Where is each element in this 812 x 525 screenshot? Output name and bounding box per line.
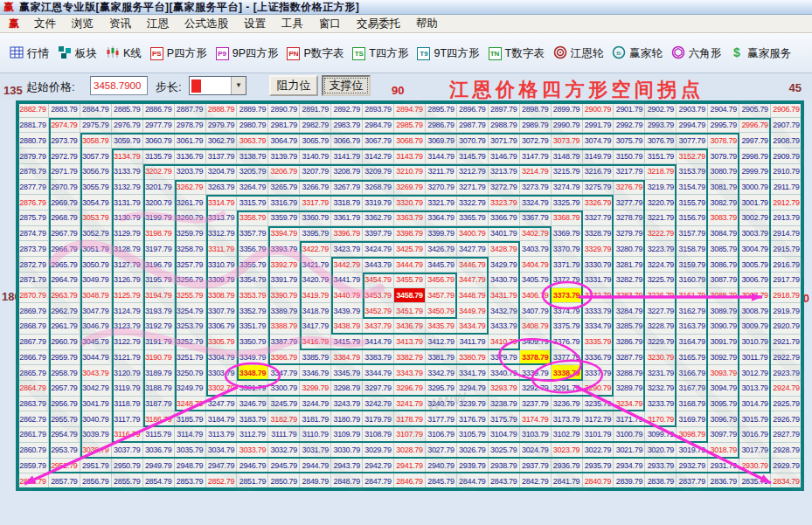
price-cell[interactable]: 3279.79 — [614, 226, 645, 242]
toolbar-item-江恩轮[interactable]: 江恩轮 — [553, 45, 604, 62]
price-cell[interactable]: 3209.79 — [363, 164, 394, 180]
price-cell[interactable]: 3038.79 — [80, 443, 112, 459]
price-cell[interactable]: 3413.79 — [394, 335, 426, 350]
price-cell[interactable]: 3011.79 — [739, 350, 771, 366]
price-cell[interactable]: 3084.79 — [708, 226, 739, 242]
price-cell[interactable]: 2998.79 — [739, 149, 771, 164]
price-cell[interactable]: 3012.79 — [739, 365, 771, 381]
price-cell[interactable]: 2886.79 — [143, 102, 175, 118]
price-cell[interactable]: 3325.79 — [552, 195, 583, 211]
price-cell[interactable]: 3051.79 — [80, 241, 112, 257]
price-cell[interactable]: 3092.79 — [708, 350, 739, 366]
price-cell[interactable]: 2933.79 — [645, 459, 677, 474]
price-cell[interactable]: 3329.79 — [583, 241, 614, 257]
price-cell[interactable]: 3363.79 — [394, 211, 426, 226]
price-cell[interactable]: 2996.79 — [739, 118, 771, 134]
price-cell[interactable]: 3123.79 — [112, 319, 143, 335]
price-cell[interactable]: 3370.79 — [552, 241, 583, 257]
price-cell[interactable]: 2885.79 — [112, 102, 143, 118]
price-cell[interactable]: 3392.79 — [268, 257, 300, 273]
price-cell[interactable]: 2929.79 — [771, 459, 802, 474]
price-cell[interactable]: 3433.79 — [489, 319, 520, 335]
price-cell[interactable]: 2939.79 — [457, 459, 489, 474]
price-cell[interactable]: 3062.79 — [206, 133, 238, 149]
price-cell[interactable]: 3218.79 — [645, 164, 677, 180]
price-cell[interactable]: 3031.79 — [300, 443, 331, 459]
price-cell[interactable]: 2864.79 — [17, 381, 49, 397]
price-cell[interactable]: 3034.79 — [206, 443, 238, 459]
price-cell[interactable]: 2863.79 — [17, 397, 49, 412]
price-cell[interactable]: 2978.79 — [175, 118, 206, 134]
price-cell[interactable]: 2947.79 — [206, 459, 238, 474]
price-cell[interactable]: 3114.79 — [175, 427, 206, 443]
price-cell[interactable]: 3009.79 — [739, 319, 771, 335]
price-cell[interactable]: 3409.79 — [520, 335, 552, 350]
price-cell[interactable]: 2962.79 — [49, 303, 80, 319]
price-cell[interactable]: 3037.79 — [112, 443, 143, 459]
price-cell[interactable]: 3107.79 — [394, 427, 426, 443]
price-cell[interactable]: 2875.79 — [17, 211, 49, 226]
price-cell[interactable]: 3007.79 — [739, 288, 771, 304]
price-cell[interactable]: 2913.79 — [771, 211, 802, 226]
price-cell[interactable]: 3260.79 — [175, 211, 206, 226]
price-cell[interactable]: 2954.79 — [49, 427, 80, 443]
price-cell[interactable]: 3289.79 — [614, 381, 645, 397]
price-cell[interactable]: 2958.79 — [49, 365, 80, 381]
price-cell[interactable]: 3134.79 — [112, 149, 143, 164]
price-cell[interactable]: 3253.79 — [175, 319, 206, 335]
price-cell[interactable]: 3242.79 — [363, 397, 394, 412]
price-cell[interactable]: 3268.79 — [363, 180, 394, 196]
price-cell[interactable]: 3283.79 — [614, 288, 645, 304]
price-cell[interactable]: 3159.79 — [677, 257, 708, 273]
price-cell[interactable]: 3086.79 — [708, 257, 739, 273]
toolbar-item-P四方形[interactable]: PSP四方形 — [150, 46, 207, 61]
price-cell[interactable]: 3155.79 — [677, 195, 708, 211]
price-cell[interactable]: 2841.79 — [552, 473, 583, 489]
price-cell[interactable]: 3445.79 — [426, 257, 457, 273]
price-cell[interactable]: 3046.79 — [80, 319, 112, 335]
price-cell[interactable]: 2870.79 — [17, 288, 49, 304]
menu-item-工具[interactable]: 工具 — [274, 15, 311, 33]
price-cell[interactable]: 3230.79 — [645, 350, 677, 366]
price-cell[interactable]: 3440.79 — [331, 288, 363, 304]
price-cell[interactable]: 3252.79 — [175, 335, 206, 350]
price-cell[interactable]: 3361.79 — [331, 211, 363, 226]
price-cell[interactable]: 3080.79 — [708, 164, 739, 180]
price-cell[interactable]: 2920.79 — [771, 319, 802, 335]
price-cell[interactable]: 3356.79 — [237, 241, 268, 257]
price-cell[interactable]: 3170.79 — [645, 411, 677, 427]
price-cell[interactable]: 3266.79 — [300, 180, 331, 196]
price-cell[interactable]: 3216.79 — [583, 164, 614, 180]
price-cell[interactable]: 3193.79 — [143, 303, 175, 319]
price-cell[interactable]: 2876.79 — [17, 195, 49, 211]
price-cell[interactable]: 3338.79 — [552, 365, 583, 381]
toolbar-item-9T四方形[interactable]: T99T四方形 — [417, 46, 479, 61]
price-cell[interactable]: 2982.79 — [300, 118, 331, 134]
price-cell[interactable]: 3052.79 — [80, 226, 112, 242]
price-cell[interactable]: 3365.79 — [457, 211, 489, 226]
price-cell[interactable]: 3456.79 — [426, 273, 457, 288]
toolbar-item-9P四方形[interactable]: P99P四方形 — [216, 46, 279, 61]
price-cell[interactable]: 3424.79 — [363, 241, 394, 257]
price-cell[interactable]: 3245.79 — [268, 397, 300, 412]
price-cell[interactable]: 2907.79 — [771, 118, 802, 134]
price-cell[interactable]: 2918.79 — [771, 288, 802, 304]
price-cell[interactable]: 2959.79 — [49, 350, 80, 366]
price-cell[interactable]: 3045.79 — [80, 335, 112, 350]
price-cell[interactable]: 3267.79 — [331, 180, 363, 196]
price-cell[interactable]: 3075.79 — [614, 133, 645, 149]
price-cell[interactable]: 3352.79 — [237, 303, 268, 319]
price-cell[interactable]: 3147.79 — [520, 149, 552, 164]
price-cell[interactable]: 3161.79 — [677, 288, 708, 304]
price-cell[interactable]: 3004.79 — [739, 241, 771, 257]
price-cell[interactable]: 3024.79 — [520, 443, 552, 459]
price-cell[interactable]: 2985.79 — [394, 118, 426, 134]
price-cell[interactable]: 2977.79 — [143, 118, 175, 134]
price-cell[interactable]: 2980.79 — [237, 118, 268, 134]
price-cell[interactable]: 3350.79 — [237, 335, 268, 350]
price-cell[interactable]: 3018.79 — [708, 443, 739, 459]
price-cell[interactable]: 3278.79 — [614, 211, 645, 226]
price-cell[interactable]: 2936.79 — [552, 459, 583, 474]
price-cell[interactable]: 2973.79 — [49, 133, 80, 149]
price-cell[interactable]: 3401.79 — [489, 226, 520, 242]
